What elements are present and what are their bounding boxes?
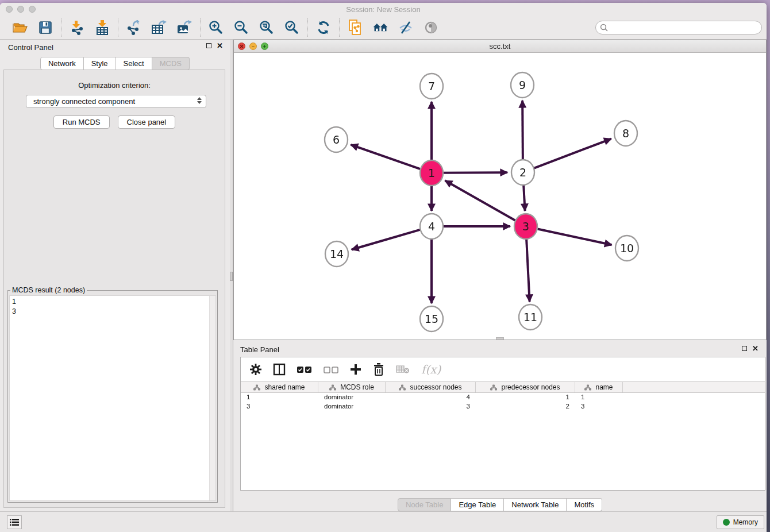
svg-text:11: 11 — [523, 311, 537, 323]
column-label: successor nodes — [410, 383, 461, 391]
network-resize-handle[interactable] — [496, 337, 504, 340]
delete-column-icon[interactable] — [373, 363, 384, 376]
table-panel-title: Table Panel — [240, 345, 279, 354]
table-cell[interactable]: 3 — [575, 402, 623, 411]
export-image-icon[interactable] — [176, 20, 192, 36]
graph-edge-3-1[interactable] — [445, 180, 515, 220]
graph-node-7[interactable]: 7 — [420, 74, 443, 99]
criterion-select[interactable]: strongly connected component — [26, 95, 206, 108]
show-all-icon[interactable] — [423, 20, 439, 36]
export-network-icon[interactable] — [126, 20, 142, 36]
result-scrollbar[interactable] — [209, 296, 215, 500]
memory-button[interactable]: Memory — [717, 515, 764, 529]
deselect-all-columns-icon[interactable] — [324, 366, 338, 373]
column-header-name[interactable]: name — [575, 382, 623, 392]
tab-node-table[interactable]: Node Table — [398, 498, 452, 511]
graph-node-15[interactable]: 15 — [420, 306, 443, 331]
table-cell[interactable]: 4 — [386, 393, 476, 402]
tab-network[interactable]: Network — [40, 57, 84, 70]
float-table-panel-icon[interactable] — [742, 346, 747, 351]
table-cell[interactable]: 3 — [241, 402, 318, 411]
zoom-out-icon[interactable] — [233, 20, 249, 36]
svg-text:7: 7 — [428, 80, 435, 92]
add-column-icon[interactable] — [350, 364, 361, 375]
task-history-button[interactable] — [7, 515, 22, 529]
network-canvas[interactable]: 1234678910111415 — [234, 53, 766, 340]
zoom-selected-icon[interactable] — [284, 20, 300, 36]
graph-edge-3-11[interactable] — [526, 238, 530, 302]
table-settings-icon[interactable] — [250, 364, 261, 375]
tab-motifs[interactable]: Motifs — [567, 498, 602, 511]
table-cell[interactable]: dominator — [318, 402, 386, 411]
control-tabs: NetworkStyleSelectMCDS — [0, 57, 230, 70]
delete-table-icon[interactable] — [396, 365, 410, 374]
import-table-icon[interactable] — [94, 20, 110, 36]
control-panel-title: Control Panel — [8, 43, 53, 52]
graph-node-6[interactable]: 6 — [325, 127, 348, 152]
close-table-panel-icon[interactable]: ✕ — [752, 346, 759, 351]
table-row[interactable]: 1dominator411 — [241, 393, 765, 402]
export-table-icon[interactable] — [151, 20, 167, 36]
search-input[interactable] — [595, 21, 762, 34]
table-row[interactable]: 3dominator323 — [241, 402, 765, 411]
graph-edge-1-2[interactable] — [444, 172, 507, 173]
tab-mcds[interactable]: MCDS — [152, 57, 190, 70]
graph-edge-4-14[interactable] — [352, 230, 420, 250]
first-neighbors-icon[interactable] — [372, 20, 388, 36]
table-cell[interactable]: 2 — [476, 402, 575, 411]
table-cell[interactable]: 1 — [476, 393, 575, 402]
graph-edge-1-6[interactable] — [351, 145, 420, 169]
column-label: predecessor nodes — [501, 383, 560, 391]
float-panel-icon[interactable] — [206, 43, 211, 48]
graph-node-4[interactable]: 4 — [420, 214, 443, 239]
import-network-icon[interactable] — [69, 20, 85, 36]
svg-text:14: 14 — [330, 248, 344, 260]
graph-edge-3-10[interactable] — [538, 229, 612, 245]
zoom-fit-icon[interactable] — [259, 20, 275, 36]
split-panel-icon[interactable] — [273, 363, 286, 376]
column-header-shared-name[interactable]: shared name — [241, 382, 318, 392]
table-cell[interactable]: 1 — [575, 393, 623, 402]
column-type-icon — [399, 384, 406, 391]
graph-node-3[interactable]: 3 — [514, 214, 537, 239]
refresh-view-icon[interactable] — [315, 20, 332, 36]
graph-node-11[interactable]: 11 — [519, 304, 542, 330]
graph-node-10[interactable]: 10 — [615, 236, 638, 261]
run-mcds-button[interactable]: Run MCDS — [53, 115, 110, 129]
graph-node-2[interactable]: 2 — [511, 160, 534, 185]
column-header-predecessor-nodes[interactable]: predecessor nodes — [476, 382, 575, 392]
mcds-result-text[interactable]: 13 — [9, 295, 216, 501]
column-type-icon — [490, 384, 497, 391]
zoom-in-icon[interactable] — [208, 20, 224, 36]
tab-network-table[interactable]: Network Table — [504, 498, 567, 511]
graph-edge-2-8[interactable] — [534, 139, 611, 168]
divider-handle-icon[interactable] — [230, 272, 233, 281]
graph-node-9[interactable]: 9 — [511, 72, 534, 98]
tab-edge-table[interactable]: Edge Table — [451, 498, 504, 511]
graph-node-1[interactable]: 1 — [420, 160, 443, 186]
graph-node-8[interactable]: 8 — [614, 121, 637, 146]
select-all-columns-icon[interactable] — [297, 366, 312, 373]
graph-node-14[interactable]: 14 — [325, 241, 348, 267]
table-cell[interactable]: dominator — [318, 393, 386, 402]
tab-style[interactable]: Style — [84, 57, 116, 70]
function-builder-icon[interactable]: f(x) — [421, 363, 441, 376]
column-header-successor-nodes[interactable]: successor nodes — [386, 382, 476, 392]
tab-select[interactable]: Select — [116, 57, 152, 70]
graph-edge-2-9[interactable] — [522, 101, 523, 160]
open-session-icon[interactable] — [12, 20, 28, 36]
column-header-MCDS-role[interactable]: MCDS role — [318, 382, 386, 392]
svg-text:2: 2 — [519, 166, 526, 179]
hide-selected-icon[interactable] — [398, 20, 414, 36]
table-cell[interactable]: 3 — [386, 402, 476, 411]
network-window-titlebar[interactable]: ✕ − + scc.txt — [234, 40, 766, 53]
close-panel-icon[interactable]: ✕ — [217, 43, 223, 48]
save-session-icon[interactable] — [37, 20, 53, 36]
svg-text:10: 10 — [620, 242, 634, 255]
optimization-criterion-label: Optimization criterion: — [4, 81, 225, 90]
svg-text:3: 3 — [522, 220, 529, 233]
table-cell[interactable]: 1 — [241, 393, 318, 402]
graph-edge-2-3[interactable] — [523, 184, 525, 211]
clone-network-icon[interactable] — [347, 20, 363, 36]
close-panel-button[interactable]: Close panel — [118, 115, 176, 129]
